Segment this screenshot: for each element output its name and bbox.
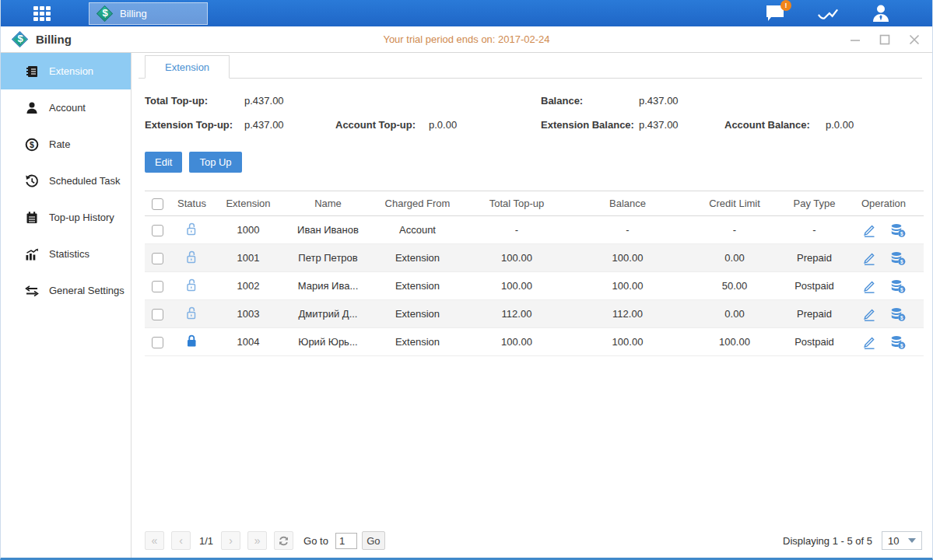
topup-coins-icon[interactable]: $ (889, 278, 907, 294)
tab-label: Extension (165, 61, 209, 73)
sidebar-item-scheduled-task[interactable]: Scheduled Task (1, 163, 131, 199)
sidebar: Extension Account $ Rate Scheduled Task … (1, 53, 132, 558)
col-charged-from: Charged From (373, 191, 462, 216)
page-size-select[interactable]: 10 (882, 531, 922, 550)
minimize-button[interactable] (849, 33, 861, 46)
goto-page-input[interactable] (335, 533, 357, 549)
edit-pencil-icon[interactable] (861, 250, 877, 266)
page-indicator: 1/1 (199, 535, 213, 547)
extension-topup-value: p.437.00 (244, 119, 335, 131)
total-topup-value: p.437.00 (244, 95, 335, 107)
table-row[interactable]: 1003 Дмитрий Д... Extension 112.00 112.0… (145, 300, 924, 328)
person-icon (25, 101, 39, 115)
svg-text:$: $ (900, 343, 903, 349)
col-status: Status (170, 191, 213, 216)
close-button[interactable] (908, 33, 921, 46)
edit-pencil-icon[interactable] (861, 278, 877, 294)
cell-charged-from: Extension (373, 244, 462, 272)
col-pay-type: Pay Type (785, 191, 844, 216)
total-topup-label: Total Top-up: (145, 95, 244, 107)
billing-window: $ Billing ! (0, 0, 933, 560)
sidebar-item-label: Extension (49, 65, 93, 77)
table-row[interactable]: 1004 Юрий Юрь... Extension 100.00 100.00… (145, 328, 924, 356)
cell-total-topup: 100.00 (462, 328, 571, 356)
apps-grid-icon[interactable] (28, 0, 56, 26)
row-checkbox[interactable] (152, 253, 163, 264)
cell-balance: 112.00 (571, 300, 684, 328)
notification-badge: ! (780, 0, 791, 11)
row-checkbox[interactable] (152, 281, 163, 292)
trial-notice: Your trial period ends on: 2017-02-24 (1, 33, 932, 45)
svg-text:$: $ (900, 231, 903, 237)
cell-name: Дмитрий Д... (283, 300, 373, 328)
sidebar-item-general-settings[interactable]: General Settings (1, 272, 131, 309)
cell-pay-type: Prepaid (785, 244, 844, 272)
tab-extension[interactable]: Extension (145, 55, 230, 79)
bar-chart-icon (25, 247, 39, 261)
messages-icon[interactable]: ! (764, 2, 786, 24)
topup-coins-icon[interactable]: $ (889, 306, 907, 322)
status-unlocked-icon (184, 227, 199, 239)
sidebar-item-extension[interactable]: Extension (1, 53, 131, 89)
user-icon[interactable] (870, 2, 892, 24)
account-topup-value: p.0.00 (429, 119, 541, 131)
sidebar-item-account[interactable]: Account (1, 89, 131, 126)
edit-button[interactable]: Edit (145, 152, 182, 173)
status-unlocked-icon (184, 311, 199, 323)
topup-coins-icon[interactable]: $ (889, 334, 907, 350)
edit-pencil-icon[interactable] (861, 306, 877, 322)
prev-page-button[interactable]: ‹ (171, 531, 191, 550)
row-checkbox[interactable] (152, 225, 163, 236)
go-button[interactable]: Go (362, 531, 385, 550)
cell-total-topup: 100.00 (462, 272, 571, 300)
edit-pencil-icon[interactable] (861, 222, 877, 238)
cell-name: Юрий Юрь... (283, 328, 373, 356)
cell-charged-from: Extension (373, 272, 462, 300)
cell-credit-limit: 100.00 (684, 328, 785, 356)
sidebar-item-topup-history[interactable]: Top-up History (1, 199, 131, 236)
account-balance-value: p.0.00 (826, 119, 854, 131)
cell-total-topup: - (462, 216, 571, 244)
status-unlocked-icon (184, 255, 199, 267)
last-page-button[interactable]: » (247, 531, 267, 550)
cell-extension: 1001 (213, 244, 283, 272)
statistics-icon[interactable] (817, 2, 839, 24)
row-checkbox[interactable] (152, 337, 163, 348)
table-row[interactable]: 1001 Петр Петров Extension 100.00 100.00… (145, 244, 924, 272)
cell-total-topup: 112.00 (462, 300, 571, 328)
taskbar-item-billing[interactable]: $ Billing (89, 2, 208, 25)
sidebar-item-rate[interactable]: $ Rate (1, 126, 131, 163)
sidebar-item-label: Top-up History (49, 212, 114, 223)
next-page-button[interactable]: › (221, 531, 240, 550)
status-locked-icon (184, 339, 199, 351)
col-name: Name (283, 191, 373, 216)
sidebar-item-label: Scheduled Task (49, 175, 121, 187)
table-row[interactable]: 1002 Мария Ива... Extension 100.00 100.0… (145, 272, 924, 300)
cell-balance: 100.00 (571, 244, 684, 272)
row-checkbox[interactable] (152, 309, 163, 320)
col-operation: Operation (844, 191, 924, 216)
top-up-button[interactable]: Top Up (189, 152, 241, 173)
billing-app-icon: $ (11, 30, 30, 49)
cell-pay-type: Prepaid (785, 300, 844, 328)
table-row[interactable]: 1000 Иван Иванов Account - - - - $ (145, 216, 924, 244)
svg-text:$: $ (30, 139, 34, 149)
cell-credit-limit: - (684, 216, 785, 244)
maximize-button[interactable] (879, 33, 891, 46)
page-title: Billing (36, 33, 72, 46)
pagination-bar: « ‹ 1/1 › » Go to Go Displaying 1 - 5 of… (145, 530, 922, 551)
cell-balance: 100.00 (571, 272, 684, 300)
topup-coins-icon[interactable]: $ (889, 250, 907, 266)
account-balance-label: Account Balance: (724, 119, 826, 131)
edit-pencil-icon[interactable] (861, 334, 877, 350)
first-page-button[interactable]: « (145, 531, 164, 550)
table-header-row: Status Extension Name Charged From Total… (145, 191, 924, 216)
cell-credit-limit: 50.00 (684, 272, 785, 300)
select-all-checkbox[interactable] (152, 198, 163, 210)
topup-coins-icon[interactable]: $ (889, 222, 907, 238)
ledger-icon (25, 211, 39, 225)
cell-pay-type: Postpaid (785, 328, 844, 356)
cell-charged-from: Account (373, 216, 462, 244)
refresh-button[interactable] (274, 531, 293, 550)
sidebar-item-statistics[interactable]: Statistics (1, 236, 131, 272)
